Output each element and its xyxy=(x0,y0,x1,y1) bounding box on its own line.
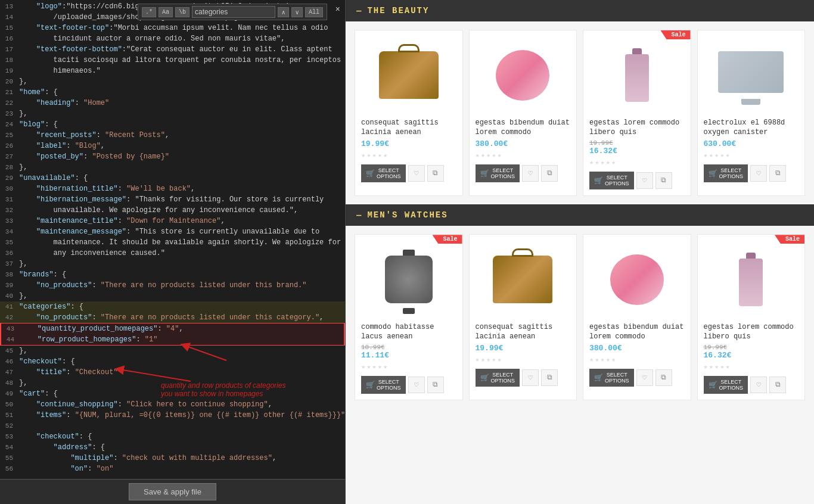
star: ★ xyxy=(709,362,713,371)
star: ★ xyxy=(704,362,708,371)
word-btn[interactable]: \b xyxy=(175,7,189,17)
sale-price: 16.32€ xyxy=(704,351,799,360)
line-content: "home": { xyxy=(19,87,345,98)
line-number: 38 xyxy=(0,269,19,280)
wishlist-button[interactable]: ♡ xyxy=(750,377,767,393)
line-content: "hibernation_message": "Thanks for visit… xyxy=(19,194,345,205)
product-actions: 🛒 SELECTOPTIONS ♡ ⧉ xyxy=(589,369,685,387)
line-content: "maintenance_title": "Down for Maintenan… xyxy=(19,216,345,226)
line-content: "address": { xyxy=(19,442,345,453)
product-actions: 🛒 SELECTOPTIONS ♡ ⧉ xyxy=(589,172,685,189)
select-options-button[interactable]: 🛒 SELECTOPTIONS xyxy=(361,164,406,182)
line-number: 27 xyxy=(0,151,19,162)
wishlist-button[interactable]: ♡ xyxy=(408,165,425,182)
product-actions: 🛒 SELECTOPTIONS ♡ ⧉ xyxy=(361,376,456,394)
product-card: Sale commodo habitasse lacus aenean 18.9… xyxy=(355,234,463,400)
search-input[interactable] xyxy=(192,6,275,18)
star: ★ xyxy=(704,151,708,160)
star: ★ xyxy=(611,355,616,364)
case-btn[interactable]: Aa xyxy=(159,7,173,17)
wishlist-button[interactable]: ♡ xyxy=(522,165,539,182)
star: ★ xyxy=(589,355,594,364)
compare-button[interactable]: ⧉ xyxy=(655,172,672,189)
compare-button[interactable]: ⧉ xyxy=(655,369,672,386)
line-content: "brands": { xyxy=(19,269,345,280)
product-stars: ★ ★ ★ ★ ★ xyxy=(361,362,456,371)
line-content: himenaeos." xyxy=(19,66,345,76)
compare-button[interactable]: ⧉ xyxy=(427,165,444,182)
compare-button[interactable]: ⧉ xyxy=(541,369,558,386)
line-content: "checkout": { xyxy=(19,431,345,442)
next-btn[interactable]: ∨ xyxy=(291,7,303,17)
line-content: }, xyxy=(19,76,345,87)
original-price: 18.99€ xyxy=(361,344,456,351)
product-stars: ★ ★ ★ ★ ★ xyxy=(476,151,571,160)
line-number: 56 xyxy=(0,463,19,474)
compare-button[interactable]: ⧉ xyxy=(541,165,558,182)
product-card: egestas bibendum duiat lorem commodo 380… xyxy=(583,234,691,400)
line-number: 45 xyxy=(0,346,19,356)
line-content: tincidunt auctor a ornare odio. Sed non … xyxy=(19,33,345,44)
search-bar: .* Aa \b ∧ ∨ All xyxy=(138,4,327,20)
star: ★ xyxy=(611,158,616,167)
select-options-button[interactable]: 🛒 SELECTOPTIONS xyxy=(476,369,520,387)
wishlist-button[interactable]: ♡ xyxy=(636,369,653,386)
line-content: "text-footer-bottom":"Cerat consequat au… xyxy=(19,44,345,55)
wishlist-button[interactable]: ♡ xyxy=(522,369,539,386)
select-options-button[interactable]: 🛒 SELECTOPTIONS xyxy=(704,164,748,182)
section-watches-title: MEN'S WATCHES xyxy=(367,210,448,220)
select-options-button[interactable]: 🛒 SELECTOPTIONS xyxy=(589,369,634,387)
product-card: egestas bibendum duiat lorem commodo 380… xyxy=(469,30,577,196)
select-options-button[interactable]: 🛒 SELECTOPTIONS xyxy=(704,376,748,394)
wishlist-button[interactable]: ♡ xyxy=(636,172,653,189)
all-btn[interactable]: All xyxy=(305,7,323,17)
line-number: 17 xyxy=(0,44,19,55)
bottom-bar: Save & apply file xyxy=(0,479,345,504)
compare-button[interactable]: ⧉ xyxy=(769,377,786,393)
line-content: "unavailable": { xyxy=(19,173,345,183)
line-content: "row_product_homepages": "1" xyxy=(20,334,344,345)
star: ★ xyxy=(492,151,496,160)
code-editor-content[interactable]: 1 /product_images/up2},3"header": {4 "we… xyxy=(0,0,345,479)
line-content: }, xyxy=(19,291,345,301)
compare-button[interactable]: ⧉ xyxy=(427,377,444,393)
star: ★ xyxy=(600,355,604,364)
product-card: consequat sagittis lacinia aenean 19.99€… xyxy=(469,234,577,400)
product-name: egestas lorem commodo libero quis xyxy=(589,119,685,137)
watches-product-grid: Sale commodo habitasse lacus aenean 18.9… xyxy=(346,226,814,409)
prev-btn[interactable]: ∧ xyxy=(278,7,289,17)
star: ★ xyxy=(595,355,599,364)
line-content: }, xyxy=(19,162,345,173)
product-price: 380.00€ xyxy=(476,139,571,148)
line-content: "on": "on" xyxy=(19,463,345,474)
code-editor: .* Aa \b ∧ ∨ All × 1 /product_images/up2… xyxy=(0,0,346,504)
product-name: commodo habitasse lacus aenean xyxy=(361,323,456,341)
product-image xyxy=(361,241,456,318)
star: ★ xyxy=(361,151,365,160)
wishlist-button[interactable]: ♡ xyxy=(750,165,767,182)
line-content: "no_products": "There are no products li… xyxy=(19,312,345,323)
product-image xyxy=(476,36,571,114)
product-image xyxy=(476,241,571,318)
close-button[interactable]: × xyxy=(335,5,340,14)
line-number: 47 xyxy=(0,367,19,378)
product-price: 19.99€ xyxy=(476,344,571,353)
select-options-button[interactable]: 🛒 SELECTOPTIONS xyxy=(476,164,520,182)
product-image xyxy=(361,36,456,114)
compare-button[interactable]: ⧉ xyxy=(769,165,786,182)
line-number: 52 xyxy=(0,421,19,431)
save-apply-button[interactable]: Save & apply file xyxy=(129,483,216,500)
line-number: 36 xyxy=(0,248,19,259)
line-number: 33 xyxy=(0,216,19,226)
product-price: 380.00€ xyxy=(589,344,685,353)
line-content: }, xyxy=(19,108,345,119)
select-options-button[interactable]: 🛒 SELECTOPTIONS xyxy=(361,376,406,394)
regex-btn[interactable]: .* xyxy=(142,7,156,17)
line-number: 48 xyxy=(0,378,19,388)
star: ★ xyxy=(366,151,371,160)
line-content: }, xyxy=(19,346,345,356)
wishlist-button[interactable]: ♡ xyxy=(408,377,425,393)
select-options-button[interactable]: 🛒 SELECTOPTIONS xyxy=(589,172,634,189)
star: ★ xyxy=(476,355,480,364)
line-content: "multiple": "check out with multiple add… xyxy=(19,453,345,463)
